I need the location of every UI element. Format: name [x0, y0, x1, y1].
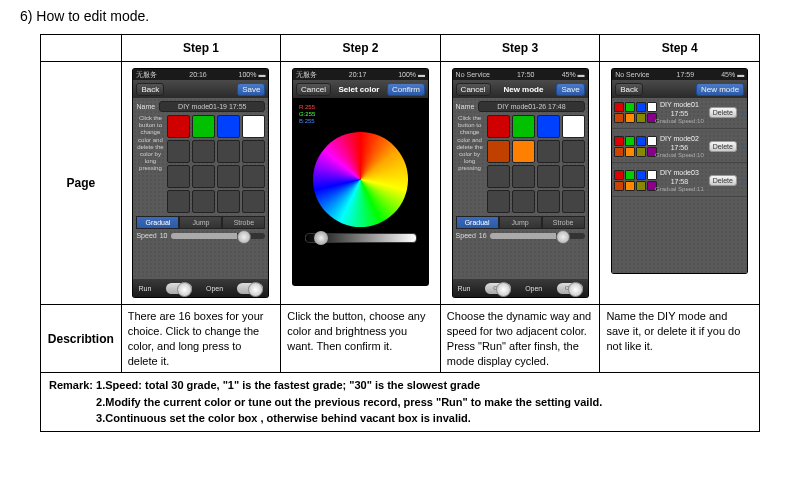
step1-desc: There are 16 boxes for your choice. Clic… [121, 305, 281, 373]
chevron-right-icon[interactable]: › [742, 141, 745, 152]
color-box[interactable] [242, 190, 265, 213]
back-button[interactable]: Back [615, 83, 643, 96]
battery: 100% ▬ [398, 71, 425, 78]
carrier: No Service [615, 71, 649, 78]
open-toggle[interactable] [237, 283, 263, 294]
color-box[interactable] [217, 140, 240, 163]
color-wheel[interactable] [313, 132, 408, 227]
color-box[interactable] [537, 140, 560, 163]
tab-gradual[interactable]: Gradual [136, 216, 179, 229]
color-box[interactable] [537, 165, 560, 188]
color-box[interactable] [217, 115, 240, 138]
confirm-button[interactable]: Confirm [387, 83, 425, 96]
color-box[interactable] [512, 165, 535, 188]
row-label-page: Page [41, 62, 122, 305]
battery: 100% ▬ [239, 71, 266, 78]
speed-value: 16 [479, 232, 487, 239]
step1-screenshot: 无服务20:16100% ▬ Back Save NameDIY mode01-… [121, 62, 281, 305]
mode-info: DIY mode02 17:56Gradual Speed:10 [653, 134, 705, 160]
clock: 17:59 [677, 71, 695, 78]
step2-screenshot: 无服务20:17100% ▬ Cancel Selet color Confir… [281, 62, 441, 305]
color-box[interactable] [562, 115, 585, 138]
brightness-slider[interactable] [305, 233, 417, 243]
row-label-desc: Describtion [41, 305, 122, 373]
name-input[interactable]: DIY mode01-19 17:55 [159, 101, 265, 112]
color-box[interactable] [217, 190, 240, 213]
speed-label: Speed [136, 232, 156, 239]
delete-button[interactable]: Delete [709, 175, 737, 186]
color-box[interactable] [487, 115, 510, 138]
tab-jump[interactable]: Jump [499, 216, 542, 229]
mode-info: DIY mode01 17:55Gradual Speed:10 [653, 100, 705, 126]
color-box[interactable] [537, 115, 560, 138]
color-box[interactable] [487, 165, 510, 188]
step3-screenshot: No Service17:5045% ▬ Cancel New mode Sav… [440, 62, 600, 305]
save-button[interactable]: Save [237, 83, 265, 96]
color-box[interactable] [242, 140, 265, 163]
color-box[interactable] [167, 165, 190, 188]
color-box[interactable] [217, 165, 240, 188]
new-mode-button[interactable]: New mode [696, 83, 744, 96]
color-box[interactable] [512, 140, 535, 163]
save-button[interactable]: Save [556, 83, 584, 96]
run-toggle[interactable]: OFF [485, 283, 511, 294]
mode-list-item[interactable]: DIY mode02 17:56Gradual Speed:10Delete› [612, 132, 747, 163]
color-box[interactable] [242, 115, 265, 138]
battery: 45% ▬ [721, 71, 744, 78]
open-toggle[interactable]: OFF [557, 283, 583, 294]
mode-thumbnail [614, 136, 650, 157]
tab-jump[interactable]: Jump [179, 216, 222, 229]
mode-list-item[interactable]: DIY mode01 17:55Gradual Speed:10Delete› [612, 98, 747, 129]
color-box[interactable] [562, 165, 585, 188]
remark-line: 2.Modify the current color or tune out t… [96, 396, 602, 408]
color-box[interactable] [562, 140, 585, 163]
tab-strobe[interactable]: Strobe [542, 216, 585, 229]
color-box[interactable] [487, 140, 510, 163]
remark-cell: Remark: 1.Speed: total 30 grade, "1" is … [41, 373, 760, 432]
mode-info: DIY mode03 17:58Gradual Speed:11 [653, 168, 705, 194]
clock: 20:16 [189, 71, 207, 78]
clock: 17:50 [517, 71, 535, 78]
step2-desc: Click the button, choose any color and b… [281, 305, 441, 373]
tab-gradual[interactable]: Gradual [456, 216, 499, 229]
color-box[interactable] [192, 115, 215, 138]
color-box[interactable] [192, 190, 215, 213]
cancel-button[interactable]: Cancel [456, 83, 491, 96]
color-grid [487, 115, 585, 213]
color-box[interactable] [167, 140, 190, 163]
color-box[interactable] [562, 190, 585, 213]
color-box[interactable] [487, 190, 510, 213]
delete-button[interactable]: Delete [709, 141, 737, 152]
rgb-values: R:255G:255B:255 [299, 104, 315, 126]
remark-line: 1.Speed: total 30 grade, "1" is the fast… [96, 379, 480, 391]
color-box[interactable] [512, 190, 535, 213]
mode-list-item[interactable]: DIY mode03 17:58Gradual Speed:11Delete› [612, 166, 747, 197]
color-box[interactable] [192, 140, 215, 163]
carrier: No Service [456, 71, 490, 78]
cancel-button[interactable]: Cancel [296, 83, 331, 96]
color-grid [167, 115, 265, 213]
name-input[interactable]: DIY mode01-26 17:48 [478, 101, 584, 112]
speed-slider[interactable] [490, 233, 585, 239]
color-box[interactable] [512, 115, 535, 138]
name-label: Name [456, 103, 475, 110]
run-label: Run [458, 285, 471, 292]
color-box[interactable] [242, 165, 265, 188]
screen-title: New mode [503, 85, 543, 94]
back-button[interactable]: Back [136, 83, 164, 96]
carrier: 无服务 [136, 70, 157, 80]
delete-button[interactable]: Delete [709, 107, 737, 118]
tab-strobe[interactable]: Strobe [222, 216, 265, 229]
speed-slider[interactable] [171, 233, 266, 239]
section-title: 6) How to edit mode. [20, 8, 775, 24]
battery: 45% ▬ [562, 71, 585, 78]
chevron-right-icon[interactable]: › [742, 107, 745, 118]
color-box[interactable] [167, 190, 190, 213]
hint-text: Click the button to change color and del… [456, 115, 484, 213]
color-box[interactable] [537, 190, 560, 213]
chevron-right-icon[interactable]: › [742, 175, 745, 186]
color-box[interactable] [167, 115, 190, 138]
run-label: Run [138, 285, 151, 292]
color-box[interactable] [192, 165, 215, 188]
run-toggle[interactable] [166, 283, 192, 294]
